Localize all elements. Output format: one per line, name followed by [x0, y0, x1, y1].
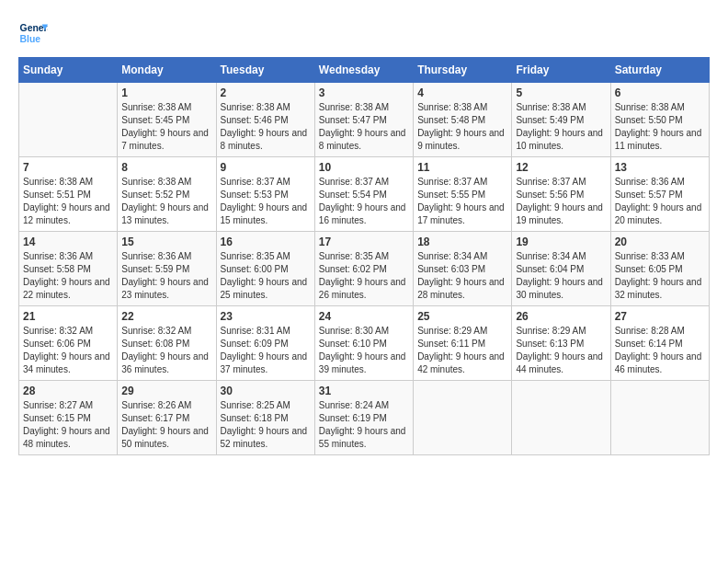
day-number: 6 — [615, 86, 705, 99]
day-info: Sunrise: 8:37 AMSunset: 5:53 PMDaylight:… — [221, 176, 311, 227]
calendar-cell: 6Sunrise: 8:38 AMSunset: 5:50 PMDaylight… — [610, 83, 709, 157]
day-info: Sunrise: 8:37 AMSunset: 5:54 PMDaylight:… — [319, 176, 409, 227]
day-number: 21 — [23, 310, 113, 323]
logo-icon: General Blue — [18, 18, 48, 48]
day-info: Sunrise: 8:38 AMSunset: 5:45 PMDaylight:… — [121, 101, 211, 153]
calendar-cell: 15Sunrise: 8:36 AMSunset: 5:59 PMDayligh… — [118, 232, 216, 306]
day-number: 23 — [221, 310, 311, 323]
day-info: Sunrise: 8:38 AMSunset: 5:52 PMDaylight:… — [121, 176, 211, 227]
calendar-cell: 9Sunrise: 8:37 AMSunset: 5:53 PMDaylight… — [216, 157, 314, 232]
day-info: Sunrise: 8:38 AMSunset: 5:50 PMDaylight:… — [615, 101, 705, 153]
day-number: 24 — [319, 310, 409, 323]
day-number: 17 — [319, 236, 409, 248]
day-info: Sunrise: 8:25 AMSunset: 6:18 PMDaylight:… — [221, 399, 311, 451]
calendar-cell: 25Sunrise: 8:29 AMSunset: 6:11 PMDayligh… — [414, 306, 512, 381]
calendar-cell: 21Sunrise: 8:32 AMSunset: 6:06 PMDayligh… — [19, 306, 118, 381]
calendar-cell: 10Sunrise: 8:37 AMSunset: 5:54 PMDayligh… — [314, 157, 413, 232]
day-number: 2 — [221, 86, 311, 99]
calendar-cell: 27Sunrise: 8:28 AMSunset: 6:14 PMDayligh… — [610, 306, 709, 381]
day-number: 26 — [516, 310, 606, 323]
calendar-cell: 4Sunrise: 8:38 AMSunset: 5:48 PMDaylight… — [414, 83, 512, 157]
day-info: Sunrise: 8:26 AMSunset: 6:17 PMDaylight:… — [121, 399, 211, 451]
day-number: 11 — [417, 161, 507, 174]
calendar-cell: 2Sunrise: 8:38 AMSunset: 5:46 PMDaylight… — [216, 83, 314, 157]
calendar-cell: 7Sunrise: 8:38 AMSunset: 5:51 PMDaylight… — [19, 157, 118, 232]
day-info: Sunrise: 8:34 AMSunset: 6:04 PMDaylight:… — [516, 250, 606, 302]
calendar-cell: 20Sunrise: 8:33 AMSunset: 6:05 PMDayligh… — [610, 232, 709, 306]
day-info: Sunrise: 8:38 AMSunset: 5:48 PMDaylight:… — [417, 101, 507, 153]
day-number: 27 — [615, 310, 705, 323]
day-info: Sunrise: 8:35 AMSunset: 6:02 PMDaylight:… — [319, 250, 409, 302]
calendar-cell — [610, 381, 709, 455]
day-info: Sunrise: 8:38 AMSunset: 5:49 PMDaylight:… — [516, 101, 606, 153]
calendar-cell: 31Sunrise: 8:24 AMSunset: 6:19 PMDayligh… — [314, 381, 413, 455]
day-info: Sunrise: 8:29 AMSunset: 6:11 PMDaylight:… — [417, 325, 507, 376]
calendar-cell: 28Sunrise: 8:27 AMSunset: 6:15 PMDayligh… — [19, 381, 118, 455]
day-number: 22 — [121, 310, 211, 323]
calendar-cell: 12Sunrise: 8:37 AMSunset: 5:56 PMDayligh… — [512, 157, 610, 232]
calendar-cell: 19Sunrise: 8:34 AMSunset: 6:04 PMDayligh… — [512, 232, 610, 306]
day-info: Sunrise: 8:38 AMSunset: 5:46 PMDaylight:… — [221, 101, 311, 153]
logo: General Blue — [18, 18, 51, 48]
day-number: 31 — [319, 385, 409, 397]
day-number: 18 — [417, 236, 507, 248]
day-info: Sunrise: 8:35 AMSunset: 6:00 PMDaylight:… — [221, 250, 311, 302]
calendar-cell: 16Sunrise: 8:35 AMSunset: 6:00 PMDayligh… — [216, 232, 314, 306]
day-number: 20 — [615, 236, 705, 248]
day-info: Sunrise: 8:28 AMSunset: 6:14 PMDaylight:… — [615, 325, 705, 376]
calendar-week-row: 28Sunrise: 8:27 AMSunset: 6:15 PMDayligh… — [19, 381, 710, 455]
calendar-table: SundayMondayTuesdayWednesdayThursdayFrid… — [18, 57, 710, 455]
day-info: Sunrise: 8:38 AMSunset: 5:51 PMDaylight:… — [23, 176, 113, 227]
day-info: Sunrise: 8:36 AMSunset: 5:57 PMDaylight:… — [615, 176, 705, 227]
day-number: 5 — [516, 86, 606, 99]
day-number: 8 — [121, 161, 211, 174]
day-number: 13 — [615, 161, 705, 174]
calendar-cell: 11Sunrise: 8:37 AMSunset: 5:55 PMDayligh… — [414, 157, 512, 232]
day-number: 4 — [417, 86, 507, 99]
day-of-week-header: Saturday — [610, 58, 709, 83]
day-number: 15 — [121, 236, 211, 248]
calendar-cell: 17Sunrise: 8:35 AMSunset: 6:02 PMDayligh… — [314, 232, 413, 306]
day-number: 7 — [23, 161, 113, 174]
calendar-cell — [414, 381, 512, 455]
day-number: 12 — [516, 161, 606, 174]
day-info: Sunrise: 8:32 AMSunset: 6:06 PMDaylight:… — [23, 325, 113, 376]
calendar-cell: 5Sunrise: 8:38 AMSunset: 5:49 PMDaylight… — [512, 83, 610, 157]
calendar-cell: 3Sunrise: 8:38 AMSunset: 5:47 PMDaylight… — [314, 83, 413, 157]
day-info: Sunrise: 8:30 AMSunset: 6:10 PMDaylight:… — [319, 325, 409, 376]
calendar-cell: 23Sunrise: 8:31 AMSunset: 6:09 PMDayligh… — [216, 306, 314, 381]
day-number: 19 — [516, 236, 606, 248]
calendar-cell: 30Sunrise: 8:25 AMSunset: 6:18 PMDayligh… — [216, 381, 314, 455]
page-header: General Blue — [18, 18, 710, 48]
calendar-cell: 24Sunrise: 8:30 AMSunset: 6:10 PMDayligh… — [314, 306, 413, 381]
day-info: Sunrise: 8:37 AMSunset: 5:55 PMDaylight:… — [417, 176, 507, 227]
calendar-cell — [512, 381, 610, 455]
day-number: 14 — [23, 236, 113, 248]
svg-text:Blue: Blue — [20, 34, 41, 44]
calendar-cell: 1Sunrise: 8:38 AMSunset: 5:45 PMDaylight… — [118, 83, 216, 157]
day-number: 9 — [221, 161, 311, 174]
day-info: Sunrise: 8:38 AMSunset: 5:47 PMDaylight:… — [319, 101, 409, 153]
day-of-week-header: Tuesday — [216, 58, 314, 83]
day-of-week-header: Monday — [118, 58, 216, 83]
calendar-cell: 18Sunrise: 8:34 AMSunset: 6:03 PMDayligh… — [414, 232, 512, 306]
day-number: 1 — [121, 86, 211, 99]
day-info: Sunrise: 8:36 AMSunset: 5:58 PMDaylight:… — [23, 250, 113, 302]
day-info: Sunrise: 8:36 AMSunset: 5:59 PMDaylight:… — [121, 250, 211, 302]
day-of-week-header: Thursday — [414, 58, 512, 83]
calendar-cell: 22Sunrise: 8:32 AMSunset: 6:08 PMDayligh… — [118, 306, 216, 381]
calendar-cell: 29Sunrise: 8:26 AMSunset: 6:17 PMDayligh… — [118, 381, 216, 455]
calendar-cell — [19, 83, 118, 157]
day-info: Sunrise: 8:27 AMSunset: 6:15 PMDaylight:… — [23, 399, 113, 451]
calendar-week-row: 14Sunrise: 8:36 AMSunset: 5:58 PMDayligh… — [19, 232, 710, 306]
day-number: 29 — [121, 385, 211, 397]
day-number: 30 — [221, 385, 311, 397]
day-number: 25 — [417, 310, 507, 323]
day-info: Sunrise: 8:29 AMSunset: 6:13 PMDaylight:… — [516, 325, 606, 376]
day-of-week-header: Sunday — [19, 58, 118, 83]
calendar-week-row: 21Sunrise: 8:32 AMSunset: 6:06 PMDayligh… — [19, 306, 710, 381]
day-number: 16 — [221, 236, 311, 248]
day-info: Sunrise: 8:34 AMSunset: 6:03 PMDaylight:… — [417, 250, 507, 302]
calendar-cell: 8Sunrise: 8:38 AMSunset: 5:52 PMDaylight… — [118, 157, 216, 232]
day-number: 28 — [23, 385, 113, 397]
